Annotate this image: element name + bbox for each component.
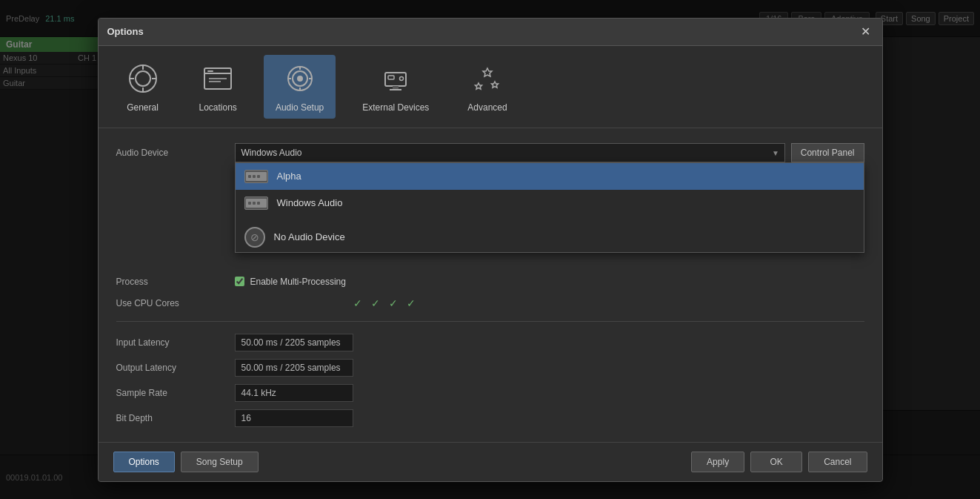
external-devices-icon <box>378 61 413 96</box>
song-setup-button[interactable]: Song Setup <box>181 452 259 472</box>
svg-rect-5 <box>152 78 156 79</box>
control-panel-button[interactable]: Control Panel <box>791 143 864 162</box>
dialog-titlebar: Options ✕ <box>99 19 882 46</box>
alpha-device-icon <box>244 170 268 183</box>
cancel-button[interactable]: Cancel <box>808 452 867 472</box>
apply-button[interactable]: Apply <box>691 452 744 472</box>
svg-rect-20 <box>390 89 401 90</box>
cpu-cores-checks: ✓ ✓ ✓ ✓ <box>353 297 416 309</box>
dropdown-item-alpha[interactable]: Alpha <box>236 163 864 190</box>
locations-tab-label: Locations <box>199 102 237 113</box>
tab-audio-setup[interactable]: Audio Setup <box>264 55 336 119</box>
svg-rect-13 <box>299 87 301 90</box>
svg-rect-14 <box>288 78 291 79</box>
tab-locations[interactable]: Locations <box>187 55 249 119</box>
dropdown-separator <box>236 217 864 222</box>
windows-audio-device-name: Windows Audio <box>277 197 343 208</box>
multi-processing-label: Enable Multi-Processing <box>250 277 346 287</box>
svg-rect-7 <box>204 73 231 74</box>
audio-setup-tab-label: Audio Setup <box>276 102 324 113</box>
cpu-cores-row: Use CPU Cores ✓ ✓ ✓ ✓ <box>116 297 864 309</box>
svg-point-11 <box>297 76 303 82</box>
dialog-footer: Options Song Setup Apply OK Cancel <box>99 442 882 481</box>
dialog-content: Audio Device Windows Audio ▼ Control Pan… <box>99 128 882 442</box>
tab-external-devices[interactable]: External Devices <box>350 55 441 119</box>
section-divider <box>116 321 864 322</box>
audio-device-value: Windows Audio <box>241 148 302 158</box>
svg-rect-4 <box>130 78 134 79</box>
ok-button[interactable]: OK <box>750 452 802 472</box>
svg-rect-2 <box>142 65 144 70</box>
audio-device-label: Audio Device <box>116 148 235 158</box>
dialog-title: Options <box>107 26 144 37</box>
latency-grid: Input Latency 50.00 ms / 2205 samples Ou… <box>116 334 864 427</box>
multi-processing-row: Process Enable Multi-Processing <box>116 277 864 287</box>
advanced-icon <box>470 61 505 96</box>
audio-device-dropdown[interactable]: Alpha Windows Audio <box>235 162 864 253</box>
footer-left: Options Song Setup <box>113 452 259 472</box>
bit-depth-label: Bit Depth <box>116 409 235 427</box>
external-devices-tab-label: External Devices <box>362 102 429 113</box>
options-footer-button[interactable]: Options <box>113 452 175 472</box>
multi-processing-checkbox[interactable] <box>235 277 244 286</box>
sample-rate-label: Sample Rate <box>116 384 235 402</box>
dropdown-item-windows-audio[interactable]: Windows Audio <box>236 190 864 217</box>
modal-overlay: Options ✕ General <box>0 0 980 499</box>
sample-rate-value: 44.1 kHz <box>235 384 353 402</box>
audio-device-select-wrapper: Windows Audio ▼ <box>235 143 785 162</box>
no-audio-device-icon: ⊘ <box>244 227 265 248</box>
footer-right: Apply OK Cancel <box>691 452 867 472</box>
tab-advanced[interactable]: Advanced <box>456 55 519 119</box>
close-button[interactable]: ✕ <box>859 24 873 39</box>
process-label: Process <box>116 277 235 287</box>
no-audio-device-name: No Audio Device <box>274 231 345 242</box>
cpu-check-3[interactable]: ✓ <box>389 297 398 309</box>
dialog-tabs: General Locations <box>99 46 882 128</box>
advanced-tab-label: Advanced <box>467 102 507 113</box>
general-icon <box>125 61 161 96</box>
svg-rect-15 <box>309 78 312 79</box>
input-latency-label: Input Latency <box>116 334 235 351</box>
input-latency-value: 50.00 ms / 2205 samples <box>235 334 353 351</box>
svg-point-1 <box>136 71 150 86</box>
svg-rect-17 <box>388 76 394 79</box>
output-latency-label: Output Latency <box>116 359 235 377</box>
options-dialog: Options ✕ General <box>98 18 883 482</box>
cpu-check-4[interactable]: ✓ <box>407 297 416 309</box>
audio-setup-icon <box>282 61 318 96</box>
alpha-device-name: Alpha <box>277 171 301 182</box>
locations-icon <box>200 61 236 96</box>
cpu-check-2[interactable]: ✓ <box>371 297 380 309</box>
windows-audio-device-icon <box>244 196 268 210</box>
svg-rect-8 <box>207 70 213 72</box>
audio-device-select[interactable]: Windows Audio <box>235 143 785 162</box>
svg-rect-12 <box>299 67 301 70</box>
cpu-cores-label: Use CPU Cores <box>116 298 235 308</box>
bit-depth-value: 16 <box>235 409 353 427</box>
svg-rect-19 <box>393 86 399 89</box>
svg-rect-3 <box>142 87 144 92</box>
svg-point-18 <box>400 76 404 80</box>
output-latency-value: 50.00 ms / 2205 samples <box>235 359 353 377</box>
general-tab-label: General <box>127 102 159 113</box>
cpu-check-1[interactable]: ✓ <box>353 297 362 309</box>
tab-general[interactable]: General <box>113 55 173 119</box>
audio-device-row: Audio Device Windows Audio ▼ Control Pan… <box>116 143 864 162</box>
dropdown-item-no-audio[interactable]: ⊘ No Audio Device <box>236 222 864 252</box>
